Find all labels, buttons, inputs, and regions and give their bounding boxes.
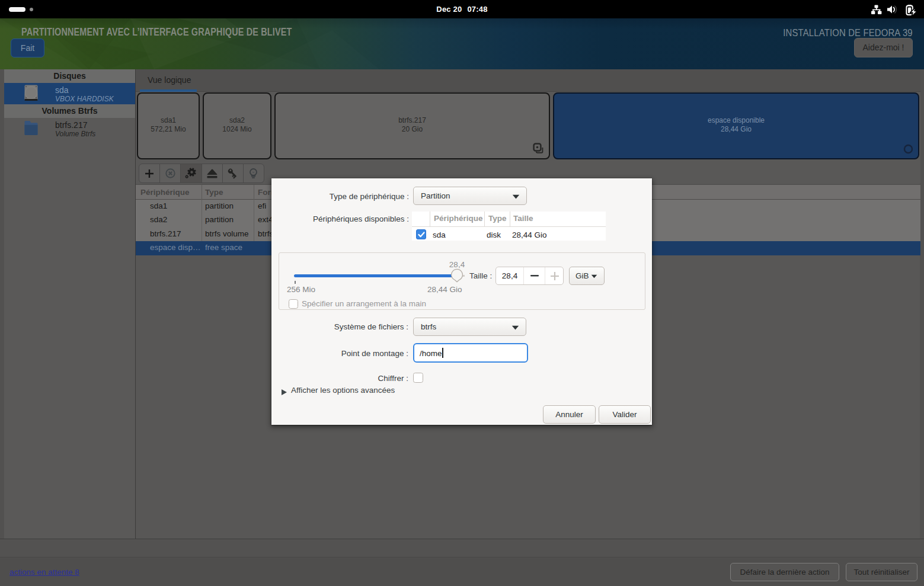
partition-caption: sda1572,21 Mio [138, 116, 199, 134]
device-checkbox[interactable] [416, 229, 426, 239]
cell-type: free space [205, 243, 242, 252]
size-label: Taille : [469, 271, 492, 280]
mount-point-value: /home [420, 349, 442, 358]
partition-name: sda1 [161, 116, 176, 124]
expander-arrow-icon [282, 389, 287, 395]
disk-desc: VBOX HARDDISK [55, 95, 114, 103]
key-button[interactable] [223, 164, 244, 182]
filesystem-label: Système de fichiers : [325, 322, 408, 331]
volume-name: btrfs.217 [55, 120, 87, 130]
partition-size: 572,21 Mio [151, 125, 186, 133]
free-space-circle-icon [903, 144, 913, 156]
cell-device: sda2 [150, 215, 167, 224]
slider-min-label: 256 Mio [287, 285, 315, 294]
network-wired-glyph [871, 5, 881, 14]
delete-button[interactable] [160, 164, 181, 182]
battery-charging-icon[interactable] [905, 5, 917, 14]
undo-button[interactable]: Défaire la dernière action [730, 563, 839, 581]
volume-icon[interactable] [887, 5, 898, 14]
column-separator [510, 212, 510, 226]
add-button[interactable] [139, 164, 160, 182]
toolbar [139, 164, 264, 183]
clock[interactable]: Dec 2007:48 [0, 0, 924, 18]
bulb-icon [249, 168, 258, 179]
manual-partitioning-checkbox[interactable] [289, 299, 298, 309]
minus-icon [530, 275, 539, 277]
reset-button[interactable]: Tout réinitialiser [846, 563, 917, 581]
partition-name: espace disponible [708, 116, 765, 124]
eject-icon [206, 169, 218, 178]
encrypt-checkbox[interactable] [413, 373, 423, 383]
done-button[interactable]: Fait [11, 39, 44, 57]
dcol-device[interactable]: Périphérique [434, 214, 483, 223]
mount-point-label: Point de montage : [325, 349, 408, 358]
size-frame: 28,4 256 Mio 28,44 Gio Taille : 28,4 GiB… [279, 252, 645, 310]
device-type-label: Type de périphérique : [307, 192, 409, 201]
spin-plus-button[interactable] [545, 267, 564, 284]
dcell-type: disk [487, 230, 501, 239]
slider-track[interactable] [294, 274, 457, 277]
available-devices-label: Périphériques disponibles : [289, 214, 409, 223]
spin-minus-button[interactable] [524, 267, 545, 284]
cell-device: sda1 [150, 201, 167, 210]
chevron-down-icon [512, 194, 520, 199]
sidebar-item-sda[interactable]: sda VBOX HARDDISK [4, 83, 135, 105]
partition-box-free-space[interactable]: espace disponible28,44 Gio [553, 92, 919, 159]
col-header-device[interactable]: Périphérique [140, 185, 190, 200]
network-wired-icon[interactable] [871, 5, 881, 14]
settings-gear-icon [185, 168, 197, 179]
cancel-button[interactable]: Annuler [543, 405, 596, 424]
eject-button[interactable] [202, 164, 223, 182]
ok-button[interactable]: Valider [599, 405, 651, 424]
partition-box-btrfs[interactable]: btrfs.21720 Gio [274, 92, 550, 159]
header-divider [412, 226, 606, 227]
slider-handle[interactable] [450, 269, 463, 282]
bulb-button[interactable] [244, 164, 264, 182]
cell-format: ext4 [258, 215, 273, 224]
volume-glyph [887, 5, 898, 14]
column-separator [202, 185, 202, 200]
partition-caption: sda21024 Mio [204, 116, 270, 134]
col-header-type[interactable]: Type [205, 185, 223, 200]
cell-type: partition [205, 215, 234, 224]
footer-spacer [0, 539, 924, 558]
unit-dropdown[interactable]: GiB [569, 267, 605, 285]
sidebar-btrfs-header: Volumes Btrfs [4, 104, 135, 118]
partition-caption: btrfs.21720 Gio [276, 116, 549, 134]
column-separator [254, 185, 254, 200]
tab-logical-view[interactable]: Vue logique [148, 75, 191, 85]
size-spinbutton[interactable]: 28,4 [495, 267, 564, 285]
snapshot-stack-glyph [533, 143, 544, 154]
pending-actions-link[interactable]: actions en attente 8 [9, 568, 79, 577]
mount-point-input[interactable]: /home [413, 343, 528, 363]
free-space-circle-glyph [903, 144, 913, 154]
harddisk-icon [24, 85, 38, 104]
page-title: PARTITIONNEMENT AVEC L’INTERFACE GRAPHIQ… [21, 26, 292, 39]
partition-size: 20 Gio [402, 125, 423, 133]
advanced-options-label: Afficher les options avancées [291, 386, 395, 395]
dcell-size: 28,44 Gio [512, 230, 547, 239]
dcol-type[interactable]: Type [488, 214, 507, 223]
partition-name: btrfs.217 [398, 116, 426, 124]
settings-button[interactable] [181, 164, 202, 182]
battery-glyph [905, 5, 917, 16]
help-button[interactable]: Aidez-moi ! [854, 38, 913, 57]
partition-box-sda2[interactable]: sda21024 Mio [203, 92, 271, 159]
grid-line [202, 200, 202, 213]
manual-partitioning-label: Spécifier un arrangement à la main [302, 299, 426, 308]
slider-max-label: 28,44 Gio [427, 285, 462, 294]
device-type-dropdown[interactable]: Partition [413, 187, 527, 205]
footer-bar: actions en attente 8 Défaire la dernière… [0, 558, 924, 586]
filesystem-dropdown[interactable]: btrfs [413, 318, 526, 336]
chevron-down-icon [511, 325, 519, 330]
disk-name: sda [55, 85, 69, 95]
installer-header: PARTITIONNEMENT AVEC L’INTERFACE GRAPHIQ… [0, 18, 924, 69]
partition-size: 1024 Mio [222, 125, 251, 133]
cell-format: efi [258, 201, 266, 210]
key-icon [227, 168, 238, 179]
partition-box-sda1[interactable]: sda1572,21 Mio [137, 92, 200, 159]
dcol-size[interactable]: Taille [513, 214, 533, 223]
sidebar-item-btrfs[interactable]: btrfs.217 Volume Btrfs [4, 118, 135, 140]
cell-device: espace disp… [150, 243, 201, 252]
tab-strip: Vue logique [136, 69, 920, 92]
